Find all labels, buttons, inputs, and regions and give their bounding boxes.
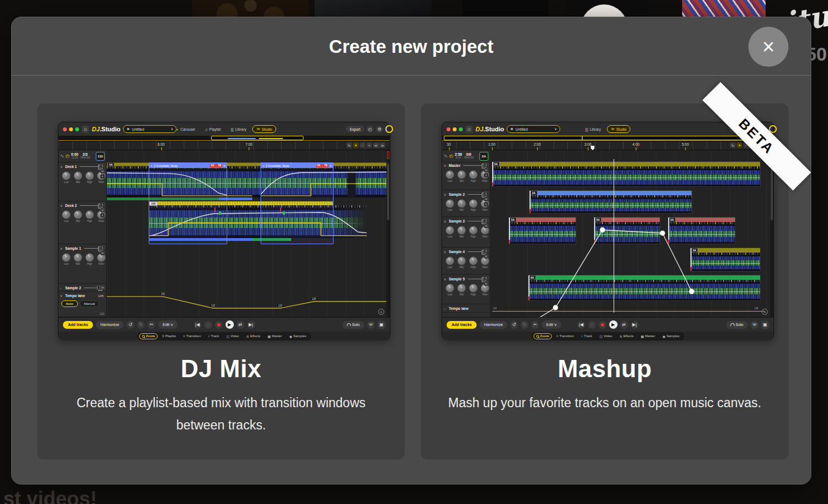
view-tab-master[interactable]: ▦Master xyxy=(638,333,658,339)
transition-close-icon[interactable]: × xyxy=(223,164,226,167)
mute-icon[interactable]: ♪ xyxy=(588,321,596,329)
zoom-in-icon[interactable]: + xyxy=(366,142,372,148)
nav-tab-playlist[interactable]: ♫Playlist xyxy=(201,126,224,133)
nav-tab-studio[interactable]: ≫Studio xyxy=(607,125,630,133)
chevron-icon[interactable]: › xyxy=(444,307,447,310)
knob-low[interactable]: Low xyxy=(62,253,71,265)
vertical-scrollbar[interactable] xyxy=(386,150,390,317)
knob-mid[interactable]: Mid xyxy=(74,171,82,184)
view-tab-transition[interactable]: ×Transition xyxy=(180,333,204,339)
chevron-icon[interactable]: ∨ xyxy=(444,277,447,281)
knob-low[interactable]: Low xyxy=(445,226,454,238)
skip-start-icon[interactable]: |◀ xyxy=(577,321,585,329)
knob-high[interactable]: High xyxy=(469,284,478,296)
loop-icon[interactable]: ⇄ xyxy=(237,321,244,329)
knob-high[interactable]: High xyxy=(85,171,94,184)
timeline-ruler[interactable]: 6:007:00✎●−+≪≫ xyxy=(58,141,390,150)
track-button-s[interactable]: S xyxy=(484,218,488,223)
zoom-out-icon[interactable]: − xyxy=(360,142,365,148)
chevron-icon[interactable]: › xyxy=(60,286,63,290)
record-button[interactable] xyxy=(599,321,606,329)
traffic-light[interactable] xyxy=(75,127,79,131)
track-button-s[interactable]: S xyxy=(100,245,105,250)
track-button-m[interactable]: M xyxy=(100,251,105,255)
transition-window-2[interactable]: ∿2 Crossfade, Swap5A → 7B× xyxy=(261,162,334,244)
video-capture-icon[interactable]: ▣ xyxy=(378,321,385,329)
project-dropdown[interactable]: ≣Untitled∨ xyxy=(123,125,177,133)
track-button-s[interactable]: S xyxy=(484,162,488,167)
history-icon[interactable]: ◴ xyxy=(366,126,374,133)
volume-slider[interactable] xyxy=(468,251,482,252)
knob-high[interactable]: High xyxy=(469,226,478,238)
volume-slider[interactable] xyxy=(468,279,482,279)
autopilot-icon[interactable]: A xyxy=(762,309,768,315)
view-tab-track[interactable]: ♪Track xyxy=(205,333,222,339)
knob-low[interactable]: Low xyxy=(445,284,454,296)
track-button-m[interactable]: M xyxy=(100,169,105,174)
loop-icon[interactable]: ⇄ xyxy=(620,321,628,329)
scissors-icon[interactable]: ✂ xyxy=(148,321,155,329)
view-tab-effects[interactable]: ≋Effects xyxy=(243,333,263,339)
knob-high[interactable]: High xyxy=(469,170,478,182)
knob-high[interactable]: High xyxy=(85,253,94,265)
edit-pencil-icon[interactable]: ✎ xyxy=(730,142,736,148)
auto-button[interactable]: Auto xyxy=(61,300,78,307)
volume-slider[interactable] xyxy=(80,205,98,206)
edit-pencil-icon[interactable]: ✎ xyxy=(346,142,352,148)
knob-low[interactable]: Low xyxy=(62,210,71,223)
play-button[interactable]: ▶ xyxy=(609,320,618,329)
tuner-icon[interactable]: Ψ xyxy=(367,321,375,329)
jump-back-icon[interactable]: ≪ xyxy=(373,142,379,148)
knob-low[interactable]: Low xyxy=(445,170,454,182)
record-button[interactable] xyxy=(215,321,223,329)
traffic-light[interactable] xyxy=(63,127,67,131)
home-icon[interactable]: ⌂ xyxy=(82,126,89,133)
option-card-dj-mix[interactable]: ⌂DJ.Studio≣Untitled∨◐Carousel♫Playlist||… xyxy=(37,103,405,459)
track-button-s[interactable]: S xyxy=(484,191,488,196)
playhead-handle[interactable] xyxy=(591,146,595,150)
view-tab-master[interactable]: ▦Master xyxy=(264,333,285,339)
skip-start-icon[interactable]: |◀ xyxy=(194,321,202,329)
undo-icon[interactable]: ↺ xyxy=(126,321,134,329)
track-button-a[interactable]: A xyxy=(100,213,105,218)
playhead-line[interactable] xyxy=(614,159,614,313)
knob-low[interactable]: Low xyxy=(445,199,454,211)
solo-button[interactable]: Solo xyxy=(726,321,748,329)
tuner-icon[interactable]: Ψ xyxy=(751,321,758,329)
volume-slider[interactable] xyxy=(468,194,482,195)
traffic-light[interactable] xyxy=(459,127,463,131)
volume-slider[interactable] xyxy=(468,221,482,221)
track-button-s[interactable]: S xyxy=(484,249,488,253)
scrollbar-thumb[interactable] xyxy=(387,164,389,220)
track-button-m[interactable]: M xyxy=(484,197,488,201)
knob-mid[interactable]: Mid xyxy=(74,210,82,223)
chevron-icon[interactable]: ∨ xyxy=(60,165,63,169)
knob-low[interactable]: Low xyxy=(445,256,454,269)
chevron-icon[interactable]: ∨ xyxy=(60,294,63,298)
play-button[interactable]: ▶ xyxy=(226,320,234,329)
volume-slider[interactable] xyxy=(84,248,98,249)
view-tab-transition[interactable]: ×Transition xyxy=(553,333,577,339)
view-tab-zoom[interactable]: Zoom xyxy=(533,333,552,339)
add-tracks-button[interactable]: Add tracks xyxy=(63,321,93,329)
transition-window-1[interactable]: ∿1 Crossfade, Swap5A → 7B× xyxy=(149,162,227,244)
home-icon[interactable]: ⌂ xyxy=(466,126,473,133)
track-button-m[interactable]: M xyxy=(484,281,488,286)
view-tab-video[interactable]: ◫Video xyxy=(223,333,242,339)
mute-icon[interactable]: ♪ xyxy=(204,321,212,329)
settings-gear-icon[interactable]: ⚙ xyxy=(376,126,383,133)
nav-tab-carousel[interactable]: ◐Carousel xyxy=(173,126,199,133)
timeline-ruler[interactable]: 301:002:003:004:005:00✎●−+≪≫ xyxy=(442,141,773,150)
undo-icon[interactable]: ↺ xyxy=(510,321,518,329)
lock-icon[interactable]: ● xyxy=(737,142,742,148)
volume-slider[interactable] xyxy=(463,165,482,166)
nav-tab-library[interactable]: |||Library xyxy=(581,126,605,133)
traffic-light[interactable] xyxy=(69,127,73,131)
vertical-scrollbar[interactable] xyxy=(770,150,773,317)
video-capture-icon[interactable]: ▣ xyxy=(761,321,769,329)
redo-icon[interactable]: ↻ xyxy=(521,321,528,329)
harmonize-button[interactable]: Harmonize xyxy=(96,321,124,329)
track-button-m[interactable]: M xyxy=(100,285,105,290)
option-card-mashup[interactable]: ⌂DJ.Studio≣Untitled∨|||Library≫StudioExp… xyxy=(421,103,788,459)
key-badge[interactable]: 110 xyxy=(96,152,105,161)
